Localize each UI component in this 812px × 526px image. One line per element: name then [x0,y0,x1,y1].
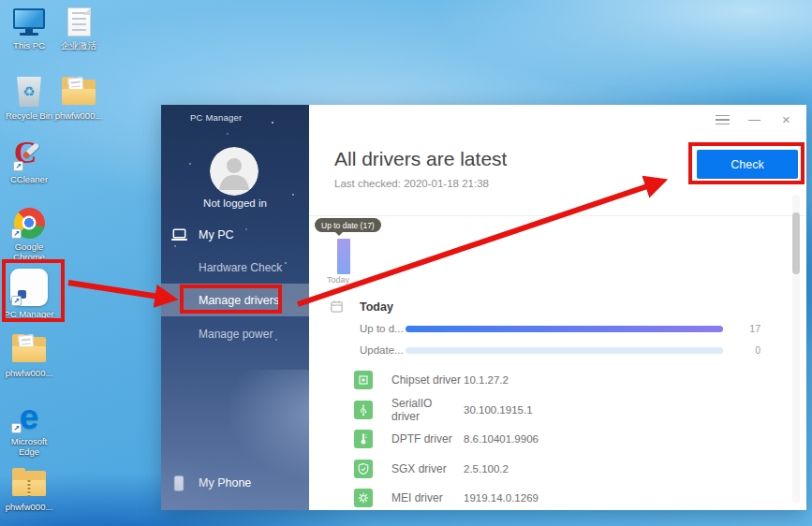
ccleaner-icon: C ↗ [10,139,48,172]
desktop-icon-activation-doc[interactable]: 企业激活 [52,5,105,51]
chart-bar-label: Today [327,275,349,285]
stat-bar-up-to-date [406,326,723,332]
driver-version: 30.100.1915.1 [464,404,533,416]
annotation-box-pc-manager-icon [2,259,65,322]
folder-icon [10,332,48,366]
stat-value-up-to-date: 17 [732,323,760,334]
folder-icon [60,75,97,109]
desktop-icon-label: This PC [13,41,45,51]
desktop-icon-label: 企业激活 [61,41,96,51]
phone-icon [173,475,185,492]
driver-name: DPTF driver [391,432,462,446]
driver-name: MEI driver [391,491,462,504]
last-checked-text: Last checked: 2020-01-18 21:38 [334,178,489,189]
scrollbar-thumb[interactable] [792,212,800,274]
thermometer-icon [354,430,373,448]
chart-tooltip: Up to date (17) [315,218,381,232]
user-avatar-icon [210,147,258,196]
sidebar-item-label: My PC [199,228,234,241]
sidebar-item-my-pc[interactable]: My PC [161,222,309,248]
usb-icon [354,401,373,419]
divider [309,215,806,216]
stars-decoration [161,105,163,107]
desktop-icon-label: Recycle Bin [6,111,52,122]
window-title: PC Manager [190,112,242,123]
desktop-icon-label: phwfw000... [6,369,53,379]
sidebar-item-label: My Phone [199,476,251,489]
edge-icon: e ↗ [10,401,48,434]
desktop-icon-this-pc[interactable]: This PC [3,5,55,51]
window-controls: — × [716,113,793,126]
section-heading-today: Today [360,300,393,314]
minimize-icon[interactable]: — [747,113,761,126]
chipset-icon [354,371,373,389]
sidebar-item-label: Manage power [199,328,273,341]
page-title: All drivers are latest [334,148,507,170]
sidebar-item-label: Hardware Check [199,261,282,274]
stat-bar-updateable [406,347,723,354]
login-status: Not logged in [161,197,309,209]
this-pc-icon [10,5,48,38]
sidebar-item-manage-power[interactable]: Manage power [161,323,309,345]
desktop-icon-ccleaner[interactable]: C ↗ CCleaner [3,139,55,185]
shield-check-icon [354,460,373,478]
driver-version: 10.1.27.2 [464,374,509,386]
laptop-icon [170,227,188,242]
avatar[interactable] [210,147,258,196]
recycle-bin-icon: ♻ [10,75,48,109]
zip-folder-icon [10,466,48,500]
desktop-icon-label: Microsoft Edge [3,437,55,458]
text-document-icon [60,5,97,38]
stat-label-updateable: Update... [360,344,404,356]
driver-row: DPTF driver 8.6.10401.9906 [354,430,539,448]
desktop-icon-label: phwfw000... [55,111,103,122]
desktop-icon-recycle-bin[interactable]: ♻ Recycle Bin [3,75,55,122]
shortcut-arrow-icon: ↗ [11,228,22,239]
sidebar-item-my-phone[interactable]: My Phone [161,470,309,496]
menu-icon[interactable] [716,113,730,126]
stat-value-updateable: 0 [732,344,760,356]
close-icon[interactable]: × [779,113,793,126]
chrome-icon: ↗ [10,206,48,240]
driver-version: 1919.14.0.1269 [464,492,539,504]
driver-row: SerialIO driver 30.100.1915.1 [354,401,533,419]
desktop-icon-label: phwfw000... [6,503,53,513]
annotation-box-check-button [688,142,805,184]
driver-version: 8.6.10401.9906 [464,433,539,445]
driver-name: SerialIO driver [391,397,462,423]
gear-icon [354,489,373,507]
desktop-icon-label: CCleaner [10,175,48,185]
driver-row: Chipset driver 10.1.27.2 [354,371,509,389]
shortcut-arrow-icon: ↗ [13,161,23,171]
desktop-icon-microsoft-edge[interactable]: e ↗ Microsoft Edge [3,401,55,458]
shortcut-arrow-icon: ↗ [11,423,22,433]
desktop-icon-folder-1[interactable]: phwfw000... [52,75,105,122]
driver-row: MEI driver 1919.14.0.1269 [354,489,539,507]
annotation-box-manage-drivers [180,285,282,314]
chart-bar [337,239,350,274]
driver-name: SGX driver [391,462,462,475]
driver-version: 2.5.100.2 [464,463,509,475]
stat-label-up-to-date: Up to d... [360,323,404,334]
driver-row: SGX driver 2.5.100.2 [354,460,509,478]
sidebar-item-hardware-check[interactable]: Hardware Check [161,256,309,279]
desktop-icon-google-chrome[interactable]: ↗ Google Chrome [3,206,55,263]
driver-name: Chipset driver [391,373,462,387]
calendar-icon [330,300,344,314]
desktop-icon-zip-folder[interactable]: phwfw000... [3,466,55,513]
desktop-icon-folder-2[interactable]: phwfw000... [3,332,55,379]
